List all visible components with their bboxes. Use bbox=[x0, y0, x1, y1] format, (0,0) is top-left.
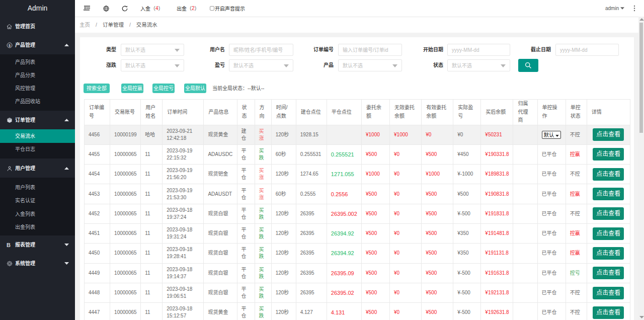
svg-text:$: $ bbox=[9, 43, 11, 47]
